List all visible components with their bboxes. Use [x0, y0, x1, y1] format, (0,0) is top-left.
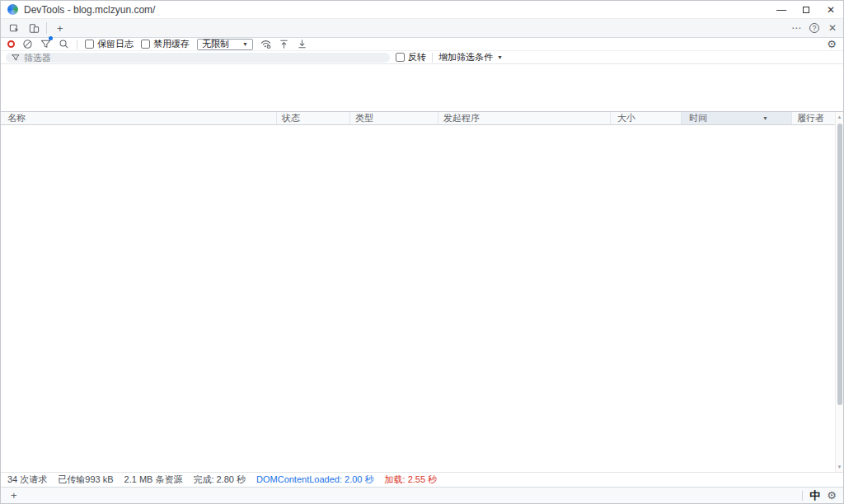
more-tabs-button[interactable]: +: [49, 19, 71, 37]
preserve-log-option[interactable]: 保留日志: [85, 38, 134, 50]
inspect-element-button[interactable]: [4, 19, 24, 37]
column-header-status[interactable]: 状态: [277, 112, 350, 124]
drawer-more-tabs-button[interactable]: +: [4, 488, 24, 503]
minimize-button[interactable]: —: [769, 1, 794, 18]
clear-network-log-button[interactable]: [22, 39, 33, 49]
devtools-menu-button[interactable]: ⋯: [787, 22, 805, 34]
maximize-button[interactable]: [794, 1, 818, 18]
throttling-select[interactable]: 无限制 ▼: [197, 39, 253, 50]
ime-indicator[interactable]: 中: [809, 488, 820, 503]
help-button[interactable]: ?: [809, 23, 819, 33]
sort-descending-icon: ▼: [762, 112, 768, 124]
network-conditions-button[interactable]: [260, 39, 271, 49]
panel-tabbar: + ⋯ ? ✕: [1, 18, 843, 38]
device-toolbar-button[interactable]: [24, 19, 44, 37]
more-filters-label: 增加筛选条件: [438, 51, 493, 63]
transferred-size: 已传输993 kB: [58, 474, 113, 486]
window-title: DevTools - blog.mclzyun.com/: [24, 4, 155, 16]
devtools-window: DevTools - blog.mclzyun.com/ — ✕ + ⋯ ? ✕…: [0, 0, 844, 504]
column-header-time[interactable]: 时间▼: [682, 112, 792, 124]
close-window-button[interactable]: ✕: [818, 1, 843, 18]
table-scrollbar[interactable]: ▲ ▼: [835, 112, 843, 472]
devtools-logo-icon: [7, 4, 18, 15]
preserve-log-checkbox[interactable]: [85, 40, 94, 49]
window-controls: — ✕: [769, 1, 843, 18]
toolbar-divider: [46, 22, 47, 34]
invert-filter-option[interactable]: 反转: [396, 51, 426, 63]
resources-size: 2.1 MB 条资源: [124, 474, 183, 486]
scroll-up-icon[interactable]: ▲: [836, 114, 843, 119]
filterbar-divider: [432, 53, 433, 63]
network-settings-gear-icon[interactable]: ⚙: [827, 39, 837, 49]
preserve-log-label: 保留日志: [97, 38, 134, 50]
import-har-button[interactable]: [279, 39, 289, 49]
request-count: 34 次请求: [7, 474, 47, 486]
drawer-right-controls: 中 ⚙: [802, 488, 843, 503]
network-overview[interactable]: [1, 64, 843, 112]
column-header-time-label: 时间: [689, 112, 707, 124]
throttling-value: 无限制: [202, 38, 229, 50]
filter-active-dot: [49, 36, 53, 40]
network-filter-bar: 反转 增加筛选条件 ▼: [1, 51, 843, 64]
filter-toggle-button[interactable]: [40, 39, 51, 49]
disable-cache-label: 禁用缓存: [153, 38, 190, 50]
scroll-down-icon[interactable]: ▼: [836, 464, 843, 469]
invert-label: 反转: [408, 51, 426, 63]
disable-cache-checkbox[interactable]: [141, 40, 150, 49]
maximize-icon: [803, 7, 809, 13]
record-network-log-button[interactable]: [7, 40, 15, 48]
settings-gear-icon[interactable]: ⚙: [827, 489, 837, 502]
scrollbar-thumb[interactable]: [837, 124, 842, 405]
column-header-type[interactable]: 类型: [350, 112, 438, 124]
load-time: 加载: 2.55 秒: [385, 474, 438, 486]
devtools-window-menu: ⋯ ? ✕: [787, 19, 843, 37]
chevron-down-icon: ▼: [497, 54, 503, 60]
column-header-size[interactable]: 大小: [611, 112, 682, 124]
column-header-name[interactable]: 名称: [1, 112, 277, 124]
requests-table: 名称 状态 类型 发起程序 大小 时间▼ 履行者 ▲ ▼: [1, 112, 843, 472]
network-status-bar: 34 次请求 已传输993 kB 2.1 MB 条资源 完成: 2.80 秒 D…: [1, 472, 843, 487]
drawer-divider: [802, 491, 803, 501]
close-devtools-button[interactable]: ✕: [823, 22, 842, 34]
chevron-down-icon: ▼: [242, 41, 248, 47]
export-har-button[interactable]: [297, 39, 307, 49]
table-header: 名称 状态 类型 发起程序 大小 时间▼ 履行者: [1, 112, 837, 125]
filter-funnel-icon: [12, 54, 20, 62]
disable-cache-option[interactable]: 禁用缓存: [141, 38, 190, 50]
drawer-tabbar: + 中 ⚙: [1, 487, 843, 503]
titlebar: DevTools - blog.mclzyun.com/ — ✕: [1, 1, 843, 18]
invert-checkbox[interactable]: [396, 53, 405, 62]
more-filters-dropdown[interactable]: 增加筛选条件 ▼: [438, 51, 503, 63]
filter-input-wrap: [6, 53, 390, 63]
search-button[interactable]: [59, 39, 69, 49]
domcontentloaded-time: DOMContentLoaded: 2.00 秒: [256, 474, 373, 486]
column-header-fulfilled-by[interactable]: 履行者: [792, 112, 837, 124]
column-header-initiator[interactable]: 发起程序: [438, 112, 611, 124]
finish-time: 完成: 2.80 秒: [193, 474, 246, 486]
filter-input[interactable]: [24, 53, 384, 63]
toolbar-divider: [77, 40, 77, 49]
network-toolbar: 保留日志 禁用缓存 无限制 ▼ ⚙: [1, 38, 843, 51]
